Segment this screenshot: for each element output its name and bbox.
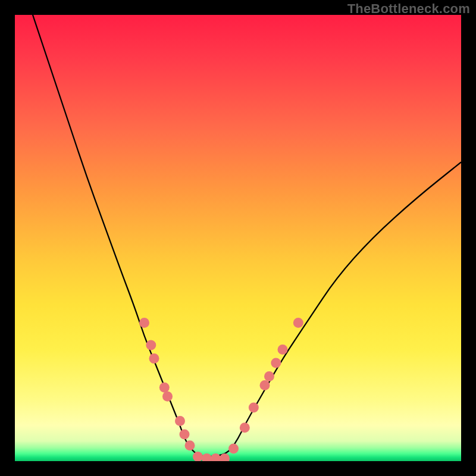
highlight-dot bbox=[139, 318, 149, 328]
highlight-dots-group bbox=[139, 318, 303, 461]
highlight-dot bbox=[202, 453, 212, 461]
highlight-dot bbox=[249, 403, 259, 413]
highlight-dot bbox=[271, 358, 281, 368]
highlight-dot bbox=[228, 444, 239, 454]
highlight-dot bbox=[185, 440, 195, 450]
chart-stage: TheBottleneck.com bbox=[0, 0, 476, 476]
highlight-dot bbox=[162, 392, 173, 402]
chart-svg bbox=[15, 15, 461, 461]
highlight-dot bbox=[146, 340, 156, 350]
highlight-dot bbox=[193, 452, 203, 461]
highlight-dot bbox=[180, 430, 190, 440]
bottleneck-curve bbox=[33, 15, 461, 457]
highlight-dot bbox=[175, 416, 185, 426]
watermark-text: TheBottleneck.com bbox=[347, 1, 470, 17]
highlight-dot bbox=[278, 345, 288, 355]
highlight-dot bbox=[240, 422, 250, 433]
highlight-dot bbox=[264, 371, 274, 381]
highlight-dot bbox=[293, 318, 303, 328]
highlight-dot bbox=[211, 453, 221, 461]
highlight-dot bbox=[260, 380, 270, 390]
plot-area bbox=[15, 15, 461, 461]
highlight-dot bbox=[159, 383, 170, 393]
highlight-dot bbox=[149, 353, 159, 364]
